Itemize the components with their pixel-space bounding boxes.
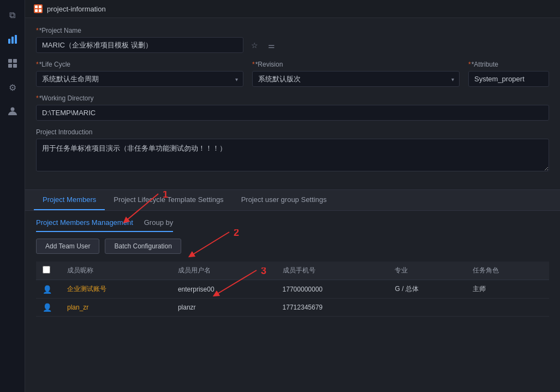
tab-lifecycle-template[interactable]: Project Lifecycle Template Settings (105, 190, 232, 210)
svg-rect-11 (39, 9, 41, 12)
svg-rect-5 (8, 64, 12, 68)
select-all-checkbox[interactable] (43, 266, 50, 274)
svg-point-7 (10, 108, 14, 111)
group-by-label: Group by (144, 218, 173, 227)
row1-phone: 17700000000 (276, 280, 389, 299)
chart-icon[interactable] (3, 29, 22, 49)
user-icon-2: 👤 (43, 303, 52, 312)
row2-specialty (388, 299, 466, 317)
member-name-link-1[interactable]: 企业测试账号 (67, 285, 106, 293)
add-team-user-button[interactable]: Add Team User (36, 239, 99, 254)
batch-configuration-button[interactable]: Batch Configuration (105, 239, 181, 254)
project-icon (34, 4, 43, 13)
project-name-label: **Project Name (36, 27, 549, 34)
svg-rect-1 (11, 37, 14, 44)
star-button[interactable]: ☆ (249, 40, 260, 51)
tab-user-group[interactable]: Project user group Settings (233, 190, 336, 210)
settings-icon[interactable]: ⚙ (3, 78, 22, 97)
sidebar: ⧉ ⚙ (0, 0, 25, 392)
svg-rect-4 (13, 59, 17, 63)
attribute-group: **Attribute (468, 61, 549, 87)
table-header-row: 成员昵称 成员用户名 成员手机号 专业 任务角色 (36, 262, 549, 280)
table-row: 👤 plan_zr planzr 17712345679 (36, 299, 549, 317)
attribute-input[interactable] (468, 71, 549, 87)
layers-icon[interactable]: ⧉ (3, 5, 22, 25)
checkbox-col-header (36, 262, 61, 280)
svg-rect-6 (13, 64, 17, 68)
action-buttons: Add Team User Batch Configuration (36, 239, 549, 254)
tab-project-members[interactable]: Project Members (34, 190, 105, 210)
row2-checkbox-cell: 👤 (36, 299, 61, 317)
intro-label: Project Introduction (36, 128, 549, 136)
revision-select-wrapper: 系统默认版次 ▾ (252, 71, 460, 87)
col-specialty: 专业 (388, 262, 466, 280)
revision-select[interactable]: 系统默认版次 (252, 71, 460, 87)
filter-button[interactable]: ⚌ (266, 40, 277, 51)
tabs-header: Project Members Project Lifecycle Templa… (25, 190, 560, 211)
row2-username: planzr (171, 299, 276, 317)
working-dir-group: **Working Directory (36, 94, 549, 121)
svg-rect-9 (39, 5, 41, 8)
members-table: 成员昵称 成员用户名 成员手机号 专业 任务角色 👤 企业测试账号 (36, 262, 549, 317)
row2-nickname: plan_zr (61, 299, 171, 317)
row2-phone: 17712345679 (276, 299, 389, 317)
row1-checkbox-cell: 👤 (36, 280, 61, 299)
lifecycle-label: **Life Cycle (36, 61, 243, 68)
tabs-section: Project Members Project Lifecycle Templa… (25, 189, 560, 324)
row1-role: 主师 (466, 280, 549, 299)
svg-rect-2 (15, 35, 17, 44)
project-name-row: ☆ ⚌ (36, 37, 549, 53)
lifecycle-select[interactable]: 系统默认生命周期 (36, 71, 243, 87)
revision-label: **Revision (252, 61, 460, 68)
row1-username: enterprise00 (171, 280, 276, 299)
user-icon-1: 👤 (43, 285, 52, 294)
svg-rect-10 (35, 9, 38, 12)
header-bar: project-information (25, 0, 560, 18)
col-username: 成员用户名 (171, 262, 276, 280)
table-row: 👤 企业测试账号 enterprise00 17700000000 G / 总体… (36, 280, 549, 299)
page-title: project-information (47, 5, 106, 13)
col-phone: 成员手机号 (276, 262, 389, 280)
row1-nickname: 企业测试账号 (61, 280, 171, 299)
lifecycle-group: **Life Cycle 系统默认生命周期 ▾ (36, 61, 243, 87)
management-title: Project Members Management (36, 218, 133, 227)
revision-group: **Revision 系统默认版次 ▾ (252, 61, 460, 87)
row1-specialty: G / 总体 (388, 280, 466, 299)
col-nickname: 成员昵称 (61, 262, 171, 280)
lifecycle-select-wrapper: 系统默认生命周期 ▾ (36, 71, 243, 87)
working-dir-label: **Working Directory (36, 94, 549, 102)
working-dir-input[interactable] (36, 105, 549, 121)
col-role: 任务角色 (466, 262, 549, 280)
main-content: project-information **Project Name ☆ ⚌ *… (25, 0, 560, 392)
svg-rect-0 (8, 39, 10, 44)
three-col-row: **Life Cycle 系统默认生命周期 ▾ **Revision 系统默认版… (36, 61, 549, 87)
project-name-group: **Project Name ☆ ⚌ (36, 27, 549, 53)
tab-content: Project Members Management Group by Add … (25, 211, 560, 324)
svg-rect-3 (8, 59, 12, 63)
template-icon[interactable] (3, 54, 22, 73)
form-area: **Project Name ☆ ⚌ **Life Cycle 系统默认生命周期… (25, 18, 560, 189)
management-toolbar: Project Members Management Group by (36, 218, 173, 232)
profile-icon[interactable] (3, 102, 22, 121)
row2-role (466, 299, 549, 317)
intro-group: Project Introduction 用于任务单标准项目演示（非任务单功能测… (36, 128, 549, 173)
project-name-input[interactable] (36, 37, 243, 53)
attribute-label: **Attribute (468, 61, 549, 68)
member-name-link-2[interactable]: plan_zr (67, 304, 88, 311)
svg-rect-8 (35, 5, 38, 8)
intro-textarea[interactable]: 用于任务单标准项目演示（非任务单功能测试勿动！！！） (36, 139, 549, 171)
